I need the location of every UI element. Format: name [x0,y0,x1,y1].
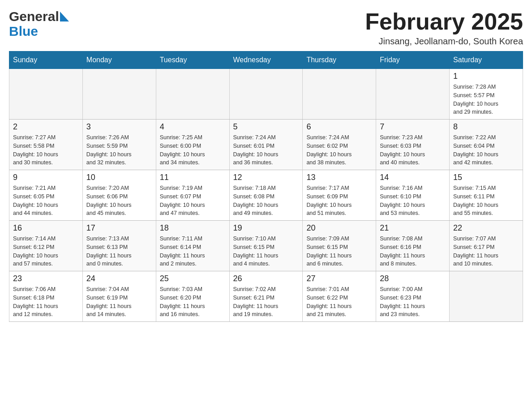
day-info: Sunrise: 7:25 AM Sunset: 6:00 PM Dayligh… [160,133,226,167]
day-info: Sunrise: 7:08 AM Sunset: 6:16 PM Dayligh… [380,235,446,268]
day-number: 1 [453,72,519,81]
calendar-day: 22Sunrise: 7:07 AM Sunset: 6:17 PM Dayli… [450,221,523,271]
day-info: Sunrise: 7:18 AM Sunset: 6:08 PM Dayligh… [233,184,299,218]
day-number: 6 [306,122,372,132]
day-number: 8 [453,122,519,132]
day-number: 26 [233,274,299,283]
weekday-header-sunday: Sunday [9,51,83,69]
day-info: Sunrise: 7:14 AM Sunset: 6:12 PM Dayligh… [13,235,79,268]
day-info: Sunrise: 7:15 AM Sunset: 6:11 PM Dayligh… [453,184,519,218]
calendar-table: SundayMondayTuesdayWednesdayThursdayFrid… [9,51,523,322]
weekday-header-monday: Monday [82,51,156,69]
logo: General Blue [9,9,69,39]
day-number: 18 [160,223,226,233]
calendar-day: 6Sunrise: 7:24 AM Sunset: 6:02 PM Daylig… [303,120,376,170]
day-number: 23 [13,274,79,283]
calendar-day [450,271,523,322]
calendar-body: 1Sunrise: 7:28 AM Sunset: 5:57 PM Daylig… [9,69,523,322]
day-info: Sunrise: 7:03 AM Sunset: 6:20 PM Dayligh… [160,285,226,319]
calendar-week-1: 1Sunrise: 7:28 AM Sunset: 5:57 PM Daylig… [9,69,523,120]
calendar-day: 16Sunrise: 7:14 AM Sunset: 6:12 PM Dayli… [9,221,83,271]
calendar-week-5: 23Sunrise: 7:06 AM Sunset: 6:18 PM Dayli… [9,271,523,322]
calendar-day: 19Sunrise: 7:10 AM Sunset: 6:15 PM Dayli… [229,221,303,271]
weekday-header-row: SundayMondayTuesdayWednesdayThursdayFrid… [9,51,523,69]
day-info: Sunrise: 7:26 AM Sunset: 5:59 PM Dayligh… [86,133,152,167]
day-number: 2 [13,122,79,132]
calendar-day: 3Sunrise: 7:26 AM Sunset: 5:59 PM Daylig… [82,120,156,170]
calendar-day [229,69,303,120]
calendar-day: 7Sunrise: 7:23 AM Sunset: 6:03 PM Daylig… [376,120,450,170]
calendar-day: 23Sunrise: 7:06 AM Sunset: 6:18 PM Dayli… [9,271,83,322]
calendar-day: 5Sunrise: 7:24 AM Sunset: 6:01 PM Daylig… [229,120,303,170]
day-number: 24 [86,274,152,283]
day-info: Sunrise: 7:13 AM Sunset: 6:13 PM Dayligh… [86,235,152,268]
day-info: Sunrise: 7:22 AM Sunset: 6:04 PM Dayligh… [453,133,519,167]
calendar-day: 4Sunrise: 7:25 AM Sunset: 6:00 PM Daylig… [156,120,229,170]
day-number: 3 [86,122,152,132]
day-number: 14 [380,173,446,182]
title-section: February 2025 Jinsang, Jeollanam-do, Sou… [365,9,523,47]
day-info: Sunrise: 7:24 AM Sunset: 6:02 PM Dayligh… [306,133,372,167]
calendar-day: 13Sunrise: 7:17 AM Sunset: 6:09 PM Dayli… [303,170,376,221]
calendar-day [303,69,376,120]
location-text: Jinsang, Jeollanam-do, South Korea [365,36,523,47]
logo-general-text: General [9,9,59,24]
day-info: Sunrise: 7:20 AM Sunset: 6:06 PM Dayligh… [86,184,152,218]
calendar-day [376,69,450,120]
day-info: Sunrise: 7:06 AM Sunset: 6:18 PM Dayligh… [13,285,79,319]
day-info: Sunrise: 7:17 AM Sunset: 6:09 PM Dayligh… [306,184,372,218]
calendar-week-4: 16Sunrise: 7:14 AM Sunset: 6:12 PM Dayli… [9,221,523,271]
logo-blue-text: Blue [9,24,38,39]
calendar-day: 2Sunrise: 7:27 AM Sunset: 5:58 PM Daylig… [9,120,83,170]
day-number: 19 [233,223,299,233]
day-info: Sunrise: 7:10 AM Sunset: 6:15 PM Dayligh… [233,235,299,268]
day-info: Sunrise: 7:28 AM Sunset: 5:57 PM Dayligh… [453,83,519,116]
calendar-day: 24Sunrise: 7:04 AM Sunset: 6:19 PM Dayli… [82,271,156,322]
day-info: Sunrise: 7:02 AM Sunset: 6:21 PM Dayligh… [233,285,299,319]
day-number: 20 [306,223,372,233]
calendar-day [82,69,156,120]
logo-triangle-icon [60,12,69,21]
calendar-day: 25Sunrise: 7:03 AM Sunset: 6:20 PM Dayli… [156,271,229,322]
day-info: Sunrise: 7:00 AM Sunset: 6:23 PM Dayligh… [380,285,446,319]
day-info: Sunrise: 7:09 AM Sunset: 6:15 PM Dayligh… [306,235,372,268]
calendar-day: 21Sunrise: 7:08 AM Sunset: 6:16 PM Dayli… [376,221,450,271]
day-info: Sunrise: 7:01 AM Sunset: 6:22 PM Dayligh… [306,285,372,319]
calendar-day: 14Sunrise: 7:16 AM Sunset: 6:10 PM Dayli… [376,170,450,221]
calendar-day: 10Sunrise: 7:20 AM Sunset: 6:06 PM Dayli… [82,170,156,221]
calendar-day [9,69,83,120]
weekday-header-tuesday: Tuesday [156,51,229,69]
day-number: 10 [86,173,152,182]
weekday-header-friday: Friday [376,51,450,69]
calendar-day: 11Sunrise: 7:19 AM Sunset: 6:07 PM Dayli… [156,170,229,221]
calendar-day: 26Sunrise: 7:02 AM Sunset: 6:21 PM Dayli… [229,271,303,322]
day-number: 7 [380,122,446,132]
day-number: 4 [160,122,226,132]
calendar-day: 18Sunrise: 7:11 AM Sunset: 6:14 PM Dayli… [156,221,229,271]
day-info: Sunrise: 7:24 AM Sunset: 6:01 PM Dayligh… [233,133,299,167]
calendar-day: 15Sunrise: 7:15 AM Sunset: 6:11 PM Dayli… [450,170,523,221]
day-number: 11 [160,173,226,182]
calendar-day [156,69,229,120]
day-info: Sunrise: 7:04 AM Sunset: 6:19 PM Dayligh… [86,285,152,319]
day-number: 15 [453,173,519,182]
day-info: Sunrise: 7:07 AM Sunset: 6:17 PM Dayligh… [453,235,519,268]
day-number: 28 [380,274,446,283]
weekday-header-saturday: Saturday [450,51,523,69]
day-number: 9 [13,173,79,182]
calendar-day: 12Sunrise: 7:18 AM Sunset: 6:08 PM Dayli… [229,170,303,221]
day-number: 17 [86,223,152,233]
day-info: Sunrise: 7:16 AM Sunset: 6:10 PM Dayligh… [380,184,446,218]
day-number: 21 [380,223,446,233]
calendar-day: 27Sunrise: 7:01 AM Sunset: 6:22 PM Dayli… [303,271,376,322]
calendar-day: 8Sunrise: 7:22 AM Sunset: 6:04 PM Daylig… [450,120,523,170]
calendar-day: 20Sunrise: 7:09 AM Sunset: 6:15 PM Dayli… [303,221,376,271]
calendar-day: 1Sunrise: 7:28 AM Sunset: 5:57 PM Daylig… [450,69,523,120]
day-number: 12 [233,173,299,182]
calendar-header: SundayMondayTuesdayWednesdayThursdayFrid… [9,51,523,69]
day-info: Sunrise: 7:19 AM Sunset: 6:07 PM Dayligh… [160,184,226,218]
day-info: Sunrise: 7:11 AM Sunset: 6:14 PM Dayligh… [160,235,226,268]
month-title: February 2025 [365,9,523,34]
day-number: 16 [13,223,79,233]
calendar-day: 28Sunrise: 7:00 AM Sunset: 6:23 PM Dayli… [376,271,450,322]
